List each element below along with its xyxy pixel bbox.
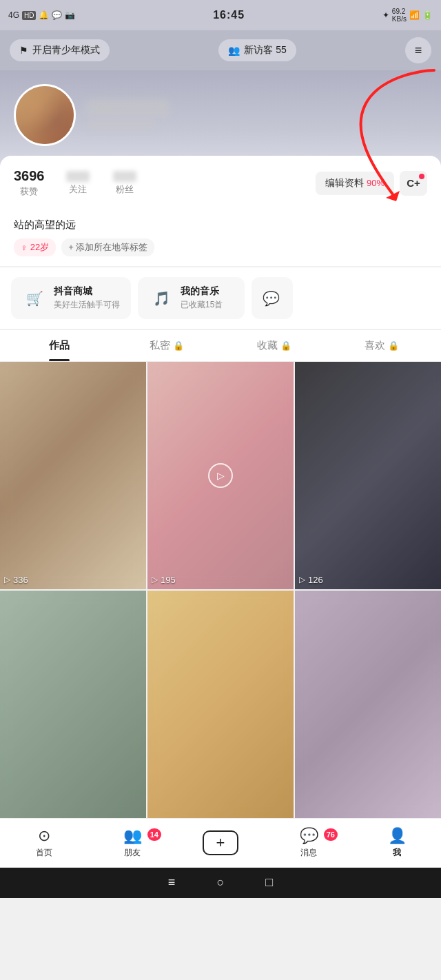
username-area: [87, 100, 427, 130]
messages-badge: 76: [324, 828, 338, 841]
tab-private[interactable]: 私密 🔒: [113, 330, 220, 361]
nav-profile-label: 我: [393, 847, 401, 859]
new-visitor-button[interactable]: 👥 新访客 55: [218, 39, 296, 61]
friends-badge: 14: [147, 828, 161, 841]
profile-header: [0, 70, 441, 167]
youth-mode-label: 开启青少年模式: [32, 44, 100, 57]
likes-stat[interactable]: 3696 获赞: [14, 168, 45, 198]
nav-profile[interactable]: 👤 我: [353, 827, 441, 859]
tab-likes[interactable]: 喜欢 🔒: [328, 330, 435, 361]
nav-friends-label: 朋友: [124, 847, 141, 859]
count-text-3: 126: [308, 575, 323, 585]
menu-button[interactable]: ≡: [405, 37, 431, 63]
likes-label: 获赞: [20, 185, 38, 198]
user-id-blur: [87, 121, 156, 130]
lock-icon-favorites: 🔒: [280, 340, 291, 351]
nav-home-label: 首页: [36, 847, 52, 859]
tags-row: ♀ 22岁 + 添加所在地等标签: [14, 238, 427, 256]
add-tag-button[interactable]: + 添加所在地等标签: [61, 238, 154, 256]
c-plus-dot: [419, 174, 424, 179]
center-play-2: ▷: [208, 463, 233, 488]
username: [87, 100, 427, 116]
bio-text: 站的高望的远: [14, 218, 427, 232]
message-icon: 💬: [52, 10, 62, 20]
tab-works[interactable]: 作品: [6, 330, 113, 361]
video-count-1: ▷ 336: [4, 575, 28, 585]
visitor-icon: 👥: [228, 45, 240, 56]
video-item-6[interactable]: [295, 591, 441, 818]
status-right-icons: ✦ 69.2KB/s 📶 🔋: [382, 8, 433, 23]
android-back-button[interactable]: ≡: [168, 875, 176, 890]
nav-plus-container: +: [176, 830, 265, 855]
tab-favorites[interactable]: 收藏 🔒: [220, 330, 328, 361]
music-title: 我的音乐: [181, 285, 234, 298]
video-item-2[interactable]: ▷ ▷ 195: [147, 362, 294, 589]
video-blur-5: [147, 591, 294, 818]
following-count-blur: [66, 171, 90, 182]
bluetooth-icon: ✦: [382, 10, 389, 20]
quick-card-music[interactable]: 🎵 我的音乐 已收藏15首: [138, 277, 245, 319]
c-plus-button[interactable]: C+: [400, 171, 427, 196]
followers-stat[interactable]: 粉丝: [108, 170, 141, 197]
quick-access-section: 🛒 抖音商城 美好生活触手可得 🎵 我的音乐 已收藏15首 💬: [0, 267, 441, 329]
count-text-2: 195: [161, 575, 176, 585]
android-recent-button[interactable]: □: [265, 875, 273, 890]
clock: 16:45: [213, 9, 245, 21]
add-tag-label: + 添加所在地等标签: [68, 241, 147, 254]
play-icon-2: ▷: [152, 575, 158, 584]
video-blur-4: [0, 591, 146, 818]
play-icon-1: ▷: [4, 575, 10, 584]
video-item-3[interactable]: ▷ 126: [295, 362, 441, 589]
hd-icon: HD: [22, 11, 36, 20]
youth-mode-icon: ⚑: [19, 45, 28, 56]
following-stat[interactable]: 关注: [61, 170, 94, 197]
quick-card-extra[interactable]: 💬: [252, 277, 293, 319]
nav-messages-label: 消息: [300, 847, 317, 859]
nav-friends[interactable]: 👥 朋友 14: [88, 827, 176, 859]
status-left-icons: 4G HD 🔔 💬 📷: [8, 10, 75, 20]
status-bar: 4G HD 🔔 💬 📷 16:45 ✦ 69.2KB/s 📶 🔋: [0, 0, 441, 30]
shop-icon: 🛒: [22, 286, 47, 311]
edit-progress: 90%: [367, 178, 384, 188]
plus-button[interactable]: +: [203, 830, 238, 855]
stats-section: 3696 获赞 关注 粉丝 编辑资料 90% C+: [0, 156, 441, 218]
age-tag[interactable]: ♀ 22岁: [14, 238, 56, 256]
video-item-4[interactable]: [0, 591, 146, 818]
notification-icon: 🔔: [39, 10, 49, 20]
video-blur-1: [0, 362, 146, 589]
youth-mode-button[interactable]: ⚑ 开启青少年模式: [10, 39, 110, 61]
edit-profile-button[interactable]: 编辑资料 90%: [316, 172, 394, 195]
followers-label: 粉丝: [116, 183, 134, 196]
tab-private-label: 私密: [150, 339, 170, 352]
signal-icon: 4G: [8, 10, 19, 20]
battery-icon: 🔋: [422, 10, 433, 20]
top-bar: ⚑ 开启青少年模式 👥 新访客 55 ≡: [0, 30, 441, 70]
stats-actions: 编辑资料 90% C+: [316, 171, 427, 196]
nav-messages[interactable]: 💬 消息 76: [265, 827, 353, 859]
tab-likes-label: 喜欢: [365, 339, 385, 352]
friends-icon: 👥: [123, 827, 142, 845]
music-icon: 🎵: [149, 286, 174, 311]
bio-section: 站的高望的远 ♀ 22岁 + 添加所在地等标签: [0, 218, 441, 266]
shop-text: 抖音商城 美好生活触手可得: [54, 285, 120, 311]
tab-works-label: 作品: [49, 339, 70, 352]
wifi-icon: 📶: [409, 10, 420, 20]
video-count-2: ▷ 195: [152, 575, 176, 585]
avatar-container: [14, 84, 76, 146]
count-text-1: 336: [13, 575, 28, 585]
quick-card-shop[interactable]: 🛒 抖音商城 美好生活触手可得: [11, 277, 131, 319]
following-label: 关注: [69, 183, 87, 196]
edit-profile-label: 编辑资料: [325, 177, 364, 190]
data-speed: 69.2KB/s: [392, 8, 407, 23]
stats-row: 3696 获赞 关注 粉丝 编辑资料 90% C+: [14, 168, 427, 198]
bottom-nav: ⊙ 首页 👥 朋友 14 + 💬 消息 76 👤 我: [0, 818, 441, 868]
video-item-5[interactable]: [147, 591, 294, 818]
video-item-1[interactable]: ▷ 336: [0, 362, 146, 589]
android-home-button[interactable]: ○: [216, 875, 224, 890]
avatar[interactable]: [14, 84, 76, 146]
profile-nav-icon: 👤: [388, 827, 407, 845]
nav-home[interactable]: ⊙ 首页: [0, 827, 88, 859]
video-blur-3: [295, 362, 441, 589]
video-count-3: ▷ 126: [299, 575, 323, 585]
tab-favorites-label: 收藏: [257, 339, 278, 352]
